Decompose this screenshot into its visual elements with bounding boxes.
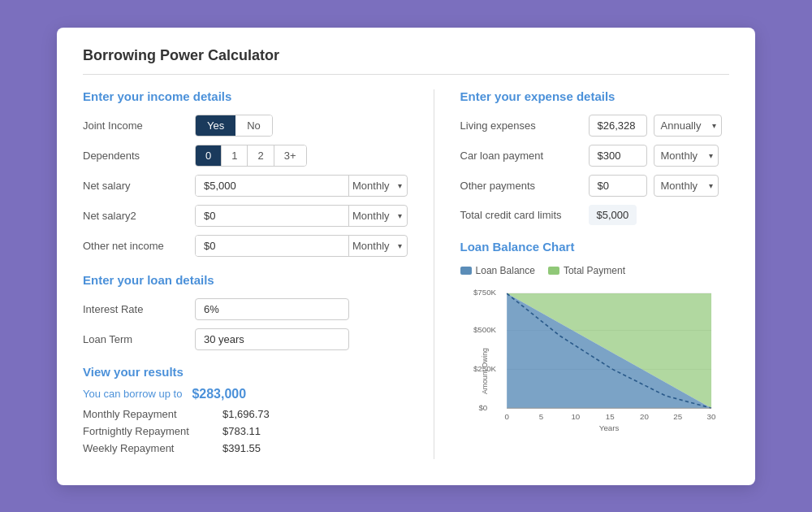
borrow-row: You can borrow up to $283,000 [83,387,408,401]
dep-1-button[interactable]: 1 [222,145,248,166]
card-title: Borrowing Power Calculator [83,47,729,75]
net-salary-arrow[interactable]: ▾ [393,177,407,194]
other-income-input[interactable] [196,236,348,256]
legend-loan-balance-box [460,267,472,275]
legend-total-payment-box [548,267,559,275]
svg-text:Amount Owing: Amount Owing [481,347,489,393]
net-salary2-freq: Monthly [348,206,393,226]
net-salary2-row: Net salary2 Monthly ▾ [83,205,408,227]
svg-text:$0: $0 [478,403,487,412]
loan-section-title: Enter your loan details [83,273,408,287]
svg-text:$500K: $500K [473,324,496,333]
legend-loan-balance: Loan Balance [460,265,535,276]
interest-rate-input[interactable] [195,298,349,320]
right-column: Enter your expense details Living expens… [460,89,729,459]
chart-legend: Loan Balance Total Payment [460,265,729,276]
svg-text:30: 30 [706,412,715,421]
car-loan-freq-group[interactable]: Monthly ▾ [654,145,719,167]
dep-0-button[interactable]: 0 [196,145,222,166]
car-loan-row: Car loan payment Monthly ▾ [460,145,729,167]
net-salary2-input[interactable] [196,206,348,226]
borrow-label: You can borrow up to [83,388,182,400]
loan-term-input[interactable] [195,328,349,350]
other-payments-input[interactable] [589,175,647,197]
results-title: View your results [83,365,408,379]
other-payments-freq: Monthly [654,176,705,196]
other-payments-freq-group[interactable]: Monthly ▾ [654,175,719,197]
dep-3plus-button[interactable]: 3+ [274,145,306,166]
legend-total-payment-label: Total Payment [564,265,625,276]
monthly-repay-label: Monthly Repayment [83,408,213,420]
interest-rate-row: Interest Rate [83,298,408,320]
income-section-title: Enter your income details [83,89,408,103]
loan-term-row: Loan Term [83,328,408,350]
net-salary-label: Net salary [83,180,188,192]
net-salary-freq: Monthly [348,176,393,196]
expenses-section-title: Enter your expense details [460,89,729,103]
net-salary-input-group[interactable]: Monthly ▾ [195,175,408,197]
car-loan-label: Car loan payment [460,150,582,162]
svg-text:5: 5 [538,412,543,421]
credit-card-value: $5,000 [589,205,637,225]
joint-income-toggle[interactable]: Yes No [195,115,273,137]
weekly-repay-row: Weekly Repayment $391.55 [83,442,408,454]
fortnightly-repay-val: $783.11 [222,425,261,437]
no-button[interactable]: No [235,115,272,136]
net-salary2-arrow[interactable]: ▾ [393,207,407,224]
living-expenses-label: Living expenses [460,119,582,132]
borrow-amount: $283,000 [192,387,246,401]
weekly-repay-label: Weekly Repayment [83,442,213,454]
other-income-input-group[interactable]: Monthly ▾ [195,235,408,257]
joint-income-label: Joint Income [83,119,188,132]
legend-loan-balance-label: Loan Balance [476,265,535,276]
loan-chart: $750K $500K $250K $0 Amount Owing [460,283,729,437]
yes-button[interactable]: Yes [196,115,235,136]
dependents-row: Dependents 0 1 2 3+ [83,145,408,167]
svg-text:Years: Years [598,423,619,432]
car-loan-arrow[interactable]: ▾ [704,147,718,164]
net-salary2-label: Net salary2 [83,210,188,222]
credit-card-label: Total credit card limits [460,209,582,221]
living-expenses-freq-group[interactable]: Annually ▾ [654,115,723,137]
legend-total-payment: Total Payment [548,265,625,276]
car-loan-input[interactable] [589,145,647,167]
vertical-divider [434,89,434,459]
svg-text:15: 15 [605,412,614,421]
svg-text:$750K: $750K [473,288,496,297]
svg-text:20: 20 [640,412,649,421]
dependents-label: Dependents [83,150,188,162]
other-income-row: Other net income Monthly ▾ [83,235,408,257]
living-expenses-input[interactable] [589,115,647,137]
svg-text:0: 0 [504,412,509,421]
svg-text:25: 25 [673,412,682,421]
fortnightly-repay-label: Fortnightly Repayment [83,425,213,437]
living-expenses-arrow[interactable]: ▾ [707,117,721,134]
other-income-freq: Monthly [348,236,393,256]
chart-section: Loan Balance Chart Loan Balance Total Pa… [460,240,729,437]
other-income-arrow[interactable]: ▾ [393,237,407,254]
interest-rate-label: Interest Rate [83,303,188,315]
net-salary2-input-group[interactable]: Monthly ▾ [195,205,408,227]
living-expenses-freq: Annually [654,115,708,136]
living-expenses-row: Living expenses Annually ▾ [460,115,729,137]
weekly-repay-val: $391.55 [222,442,261,454]
car-loan-freq: Monthly [654,145,705,166]
monthly-repay-row: Monthly Repayment $1,696.73 [83,408,408,420]
monthly-repay-val: $1,696.73 [222,408,270,420]
chart-title: Loan Balance Chart [460,240,729,254]
left-column: Enter your income details Joint Income Y… [83,89,408,459]
results-section: View your results You can borrow up to $… [83,365,408,454]
other-income-label: Other net income [83,240,188,252]
dependents-group[interactable]: 0 1 2 3+ [195,145,307,167]
dep-2-button[interactable]: 2 [248,145,274,166]
net-salary-input[interactable] [196,176,348,196]
fortnightly-repay-row: Fortnightly Repayment $783.11 [83,425,408,437]
chart-area: $750K $500K $250K $0 Amount Owing [460,283,729,437]
loan-term-label: Loan Term [83,333,188,345]
loan-section: Enter your loan details Interest Rate Lo… [83,273,408,350]
main-card: Borrowing Power Calculator Enter your in… [57,28,755,485]
net-salary-row: Net salary Monthly ▾ [83,175,408,197]
other-payments-row: Other payments Monthly ▾ [460,175,729,197]
joint-income-row: Joint Income Yes No [83,115,408,137]
other-payments-arrow[interactable]: ▾ [704,177,718,194]
